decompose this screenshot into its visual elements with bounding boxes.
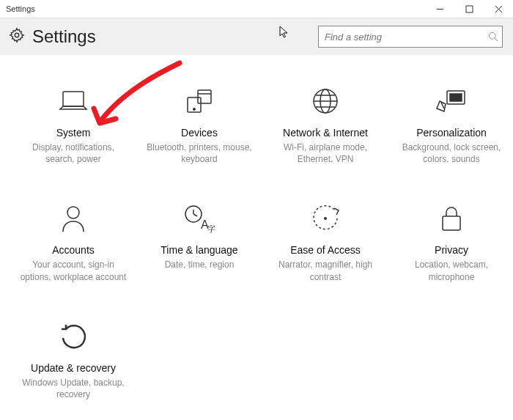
tile-desc: Windows Update, backup, recovery: [18, 377, 129, 400]
svg-point-9: [193, 108, 195, 110]
titlebar: Settings: [0, 0, 513, 18]
person-icon: [60, 202, 86, 235]
ease-of-access-icon: [311, 202, 340, 235]
tile-title: Time & language: [160, 244, 237, 256]
svg-point-5: [489, 32, 495, 39]
tile-accounts[interactable]: Accounts Your account, sign-in options, …: [15, 202, 132, 282]
tile-personalization[interactable]: Personalization Background, lock screen,…: [393, 84, 510, 165]
tile-time-language[interactable]: A字 Time & language Date, time, region: [141, 202, 258, 282]
svg-point-4: [15, 33, 19, 37]
time-language-icon: A字: [183, 202, 215, 235]
tile-desc: Your account, sign-in options, workplace…: [18, 259, 129, 282]
tile-privacy[interactable]: Privacy Location, webcam, microphone: [393, 202, 510, 282]
laptop-icon: [57, 84, 89, 118]
header: Settings: [0, 18, 513, 55]
search-icon[interactable]: [484, 32, 502, 42]
settings-grid: System Display, notifications, search, p…: [0, 55, 513, 400]
update-icon: [59, 320, 88, 353]
tile-devices[interactable]: Devices Bluetooth, printers, mouse, keyb…: [141, 84, 258, 165]
minimize-button[interactable]: [425, 0, 454, 18]
tile-title: Ease of Access: [290, 244, 361, 256]
tile-system[interactable]: System Display, notifications, search, p…: [15, 84, 132, 165]
titlebar-text: Settings: [6, 4, 35, 13]
window-controls: [425, 0, 513, 18]
svg-rect-10: [198, 90, 211, 103]
tile-desc: Display, notifications, search, power: [18, 141, 129, 165]
tile-title: Devices: [181, 127, 218, 139]
tile-desc: Background, lock screen, colors, sounds: [396, 141, 507, 165]
svg-point-18: [67, 207, 79, 218]
maximize-button[interactable]: [454, 0, 484, 18]
tile-title: System: [56, 127, 91, 139]
search-input[interactable]: [319, 26, 484, 47]
devices-icon: [183, 84, 215, 118]
svg-line-6: [495, 38, 498, 41]
svg-rect-7: [63, 92, 84, 106]
tile-desc: Bluetooth, printers, mouse, keyboard: [144, 141, 255, 165]
gear-icon: [9, 27, 25, 46]
tile-desc: Narrator, magnifier, high contrast: [270, 259, 381, 282]
svg-rect-25: [443, 216, 460, 230]
tile-title: Privacy: [435, 244, 468, 256]
svg-line-21: [193, 214, 197, 216]
tile-title: Update & recovery: [31, 362, 116, 374]
tile-network[interactable]: Network & Internet Wi-Fi, airplane mode,…: [267, 84, 384, 165]
tile-title: Network & Internet: [283, 127, 368, 139]
svg-rect-16: [450, 94, 462, 101]
personalization-icon: [435, 84, 468, 118]
svg-text:字: 字: [207, 224, 215, 233]
svg-point-24: [324, 217, 327, 220]
tile-desc: Date, time, region: [165, 259, 235, 270]
tile-title: Accounts: [52, 244, 95, 256]
tile-update-recovery[interactable]: Update & recovery Windows Update, backup…: [15, 320, 132, 400]
tile-ease-of-access[interactable]: Ease of Access Narrator, magnifier, high…: [267, 202, 384, 282]
globe-icon: [311, 84, 340, 118]
page-title: Settings: [32, 26, 96, 47]
search-box[interactable]: [318, 26, 503, 48]
lock-icon: [439, 202, 464, 235]
tile-desc: Wi-Fi, airplane mode, Ethernet, VPN: [270, 141, 381, 165]
tile-desc: Location, webcam, microphone: [396, 259, 507, 282]
close-button[interactable]: [484, 0, 513, 18]
svg-rect-1: [466, 6, 473, 12]
tile-title: Personalization: [416, 127, 487, 139]
